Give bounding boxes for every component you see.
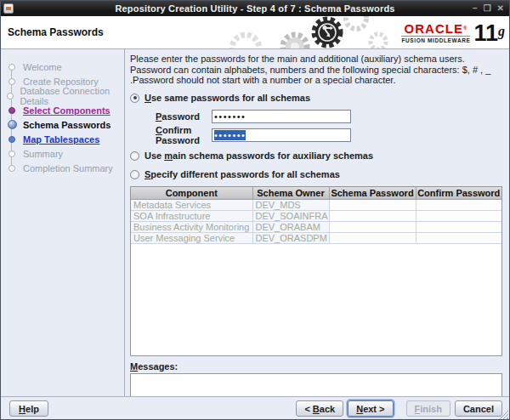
- radio-use-main-passwords[interactable]: Use main schema passwords for auxiliary …: [130, 150, 502, 162]
- radio-button-icon[interactable]: [130, 170, 139, 179]
- password-row: Password •••••••: [156, 110, 502, 123]
- rcu-window: Repository Creation Utility - Step 4 of …: [0, 0, 510, 420]
- page-title: Schema Passwords: [8, 26, 104, 38]
- column-header-component: Component: [131, 187, 252, 200]
- instructions-text: Please enter the passwords for the main …: [130, 54, 502, 86]
- steps-sidebar: Welcome Create Repository Database Conne…: [1, 49, 125, 396]
- step-circle-icon: [1, 150, 23, 157]
- radio-button-icon[interactable]: [130, 151, 139, 161]
- close-button[interactable]: ✕: [497, 4, 504, 13]
- table-row: Metadata Services DEV_MDS: [131, 200, 502, 211]
- radio-specify-different-passwords[interactable]: Specify different passwords for all sche…: [130, 169, 502, 180]
- sidebar-item-database-connection-details: Database Connection Details: [1, 88, 124, 103]
- maximize-button[interactable]: ❐: [484, 4, 491, 13]
- back-button[interactable]: < Back: [296, 400, 343, 417]
- step-circle-icon: [1, 78, 23, 85]
- sidebar-item-completion-summary: Completion Summary: [1, 161, 124, 175]
- version-11g: 11g: [473, 20, 505, 45]
- gears-graphic: [220, 16, 390, 49]
- column-header-schema-password: Schema Password: [329, 187, 416, 200]
- next-button[interactable]: Next >: [348, 400, 393, 417]
- schemas-table: Component Schema Owner Schema Password C…: [130, 186, 502, 356]
- step-circle-icon: [1, 136, 23, 143]
- table-header-row: Component Schema Owner Schema Password C…: [131, 187, 502, 200]
- help-button[interactable]: Help: [9, 400, 48, 417]
- oracle-brand-text: ORACLE: [405, 21, 463, 36]
- table-row: SOA Infrastructure DEV_SOAINFRA: [131, 211, 502, 222]
- table-row: User Messaging Service DEV_ORASDPM: [131, 233, 502, 244]
- registered-mark: ®: [463, 26, 468, 31]
- sidebar-item-schema-passwords: Schema Passwords: [1, 117, 124, 132]
- finish-button: Finish: [406, 400, 450, 417]
- oracle-logo: ORACLE® FUSION MIDDLEWARE 11g: [390, 16, 508, 48]
- button-bar: Help < Back Next > Finish Cancel: [1, 396, 509, 420]
- confirm-password-input[interactable]: •••••••: [212, 128, 351, 142]
- step-current-icon: [1, 120, 23, 129]
- table-row: Business Activity Monitoring DEV_ORABAM: [131, 222, 502, 233]
- messages-label: Messages:: [130, 361, 502, 372]
- radio-button-icon[interactable]: [130, 94, 139, 103]
- cancel-button[interactable]: Cancel: [455, 400, 502, 417]
- window-title: Repository Creation Utility - Step 4 of …: [1, 3, 509, 14]
- minimize-button[interactable]: –: [473, 4, 478, 13]
- password-input[interactable]: •••••••: [212, 110, 351, 123]
- radio-use-same-passwords[interactable]: Use same passwords for all schemas: [130, 93, 502, 104]
- step-circle-icon: [1, 165, 23, 172]
- sidebar-item-map-tablespaces[interactable]: Map Tablespaces: [1, 132, 124, 146]
- password-label: Password: [156, 111, 212, 122]
- step-circle-icon: [1, 107, 23, 114]
- banner: Schema Passwords ORACLE® FUSION MIDDLEWA…: [1, 16, 509, 49]
- main-content: Please enter the passwords for the main …: [125, 49, 509, 396]
- titlebar: Repository Creation Utility - Step 4 of …: [1, 1, 509, 16]
- step-circle-icon: [1, 93, 20, 99]
- column-header-schema-owner: Schema Owner: [252, 187, 329, 200]
- sidebar-item-welcome: Welcome: [1, 60, 124, 74]
- fusion-middleware-text: FUSION MIDDLEWARE: [401, 36, 470, 43]
- confirm-password-row: Confirm Password •••••••: [156, 128, 502, 142]
- step-circle-icon: [1, 64, 23, 71]
- confirm-password-label: Confirm Password: [156, 125, 212, 145]
- sidebar-item-select-components[interactable]: Select Components: [1, 103, 124, 117]
- column-header-confirm-password: Confirm Password: [416, 187, 502, 200]
- sidebar-item-summary: Summary: [1, 146, 124, 161]
